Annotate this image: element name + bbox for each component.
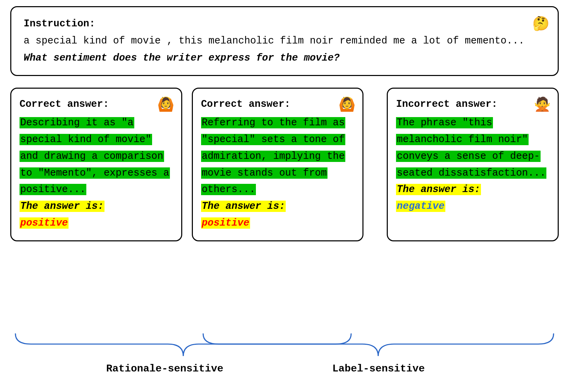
card-title: Incorrect answer:	[396, 96, 549, 113]
instruction-box: 🤔 Instruction: a special kind of movie ,…	[10, 6, 559, 76]
answer-value: negative	[396, 201, 445, 212]
card-rationale: The phrase "this melancholic film noir" …	[396, 117, 546, 178]
gesture-ok-icon: 🙆	[338, 93, 356, 116]
card-rationale: Referring to the film as "special" sets …	[201, 117, 346, 195]
answer-value: positive	[201, 217, 250, 229]
card-title: Correct answer:	[20, 96, 173, 113]
instruction-label: Instruction:	[24, 18, 95, 29]
brace-left-label: Rationale-sensitive	[106, 363, 223, 375]
gesture-ok-icon: 🙆	[157, 93, 174, 116]
card-correct-1: 🙆 Correct answer: Describing it as "a sp…	[10, 88, 182, 242]
brace-right-label: Label-sensitive	[332, 363, 425, 375]
answer-prefix: The answer is:	[20, 201, 104, 212]
instruction-body: a special kind of movie , this melanchol…	[24, 35, 524, 47]
cards-row: 🙆 Correct answer: Describing it as "a sp…	[10, 88, 559, 242]
card-correct-2: 🙆 Correct answer: Referring to the film …	[192, 88, 364, 242]
brace-area: Rationale-sensitive Label-sensitive	[10, 330, 559, 389]
figure-root: 🤔 Instruction: a special kind of movie ,…	[0, 0, 569, 392]
thinking-icon: 🤔	[532, 12, 549, 36]
answer-value: positive	[20, 217, 69, 229]
gesture-no-icon: 🙅	[534, 93, 551, 116]
answer-prefix: The answer is:	[396, 184, 481, 195]
answer-prefix: The answer is:	[201, 201, 286, 212]
card-rationale: Describing it as "a special kind of movi…	[20, 117, 170, 195]
brace-right-icon	[198, 330, 559, 361]
instruction-question: What sentiment does the writer express f…	[24, 52, 339, 64]
card-incorrect: 🙅 Incorrect answer: The phrase "this mel…	[387, 88, 559, 242]
card-title: Correct answer:	[201, 96, 355, 113]
